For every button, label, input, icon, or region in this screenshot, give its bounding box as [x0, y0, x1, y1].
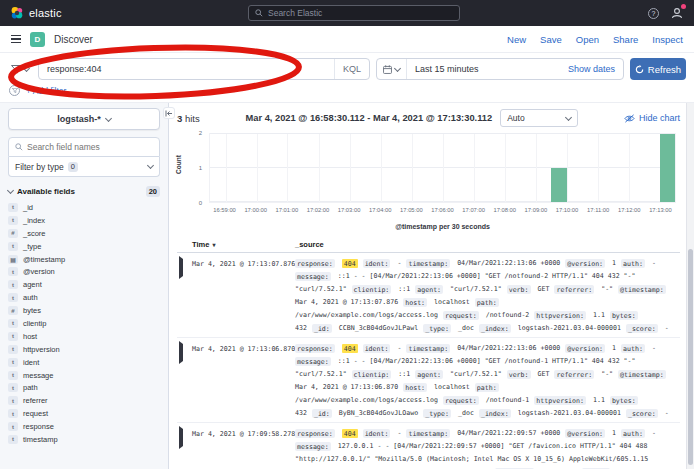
source-field-value: _doc — [458, 409, 474, 417]
source-field-value: ::1 — [398, 370, 410, 378]
highlighted-value: 404 — [342, 259, 358, 268]
source-field-value: ::1 — [398, 285, 410, 293]
field-list-item[interactable]: tident — [8, 356, 160, 369]
add-filter-button[interactable]: + Add filter — [26, 86, 66, 96]
field-list-item[interactable]: #bytes — [8, 304, 160, 317]
string-field-icon: t — [8, 422, 18, 431]
elastic-logo[interactable]: elastic — [10, 6, 62, 20]
filter-funnel-icon — [11, 65, 21, 74]
chart-time-range: Mar 4, 2021 @ 16:58:30.112 - Mar 4, 2021… — [246, 113, 493, 123]
source-field-value: "-" — [601, 285, 613, 293]
row-time: Mar 4, 2021 @ 17:13:07.876 — [192, 257, 295, 268]
table-row[interactable]: Mar 4, 2021 @ 17:09:58.278response: 404i… — [177, 423, 680, 469]
source-field-value: 04/Mar/2021:22:09:57 +0000 — [457, 429, 560, 437]
field-list-item[interactable]: tresponse — [8, 420, 160, 433]
show-dates-button[interactable]: Show dates — [560, 64, 623, 74]
source-field-name: verb: — [507, 370, 531, 379]
hide-chart-button[interactable]: Hide chart — [624, 113, 680, 123]
chart-plot-area[interactable] — [209, 133, 676, 203]
available-fields-header[interactable]: Available fields 20 — [8, 186, 160, 197]
notification-dot — [681, 4, 686, 9]
field-name: _type — [23, 242, 41, 251]
field-list-item[interactable]: t_index — [8, 214, 160, 227]
field-list-item[interactable]: ▤@timestamp — [8, 253, 160, 266]
hits-number: 3 — [177, 113, 182, 124]
scrollbar-thumb[interactable] — [688, 249, 693, 465]
string-field-icon: t — [8, 396, 18, 405]
time-range-button[interactable]: Last 15 minutes — [407, 64, 487, 74]
action-share[interactable]: Share — [613, 34, 638, 45]
interval-select[interactable]: Auto — [500, 109, 578, 127]
quick-select-menu-button[interactable] — [377, 59, 407, 79]
user-avatar[interactable] — [671, 7, 684, 19]
action-open[interactable]: Open — [576, 34, 599, 45]
table-row[interactable]: Mar 4, 2021 @ 17:13:07.876response: 404i… — [177, 253, 680, 338]
field-list-item[interactable]: t_id — [8, 201, 160, 214]
x-tick-label: 17:00:00 — [244, 207, 267, 213]
field-list-item[interactable]: tmessage — [8, 369, 160, 382]
source-field-name: response: — [295, 344, 335, 353]
table-row[interactable]: Mar 4, 2021 @ 17:13:06.870response: 404i… — [177, 338, 680, 423]
query-language-button[interactable]: KQL — [334, 59, 369, 79]
histogram-bar[interactable] — [660, 134, 676, 202]
source-field-name: ident: — [363, 259, 391, 268]
field-list-item[interactable]: #_score — [8, 227, 160, 240]
expand-row-button[interactable] — [177, 257, 192, 277]
scrollbar-track — [686, 103, 694, 469]
collapse-sidebar-button[interactable] — [163, 107, 175, 119]
source-field-value: GET — [538, 370, 550, 378]
source-field-name: @timestamp: — [618, 285, 666, 294]
field-list-item[interactable]: tclientip — [8, 317, 160, 330]
histogram-bar[interactable] — [551, 168, 567, 202]
index-pattern-switcher[interactable]: logstash-* — [8, 108, 160, 130]
filter-options-icon[interactable] — [9, 85, 20, 96]
kql-query-input[interactable] — [39, 64, 334, 74]
action-inspect[interactable]: Inspect — [652, 34, 683, 45]
field-list-item[interactable]: t_type — [8, 240, 160, 253]
help-icon[interactable]: ? — [648, 8, 659, 19]
string-field-icon: t — [8, 280, 18, 289]
field-list-item[interactable]: thttpversion — [8, 343, 160, 356]
time-column-header[interactable]: Time ▾ — [192, 240, 295, 249]
field-name: timestamp — [23, 435, 58, 444]
field-list-item[interactable]: tpath — [8, 381, 160, 394]
caret-right-icon — [179, 341, 183, 364]
source-field-name: referrer: — [554, 285, 594, 294]
refresh-button[interactable]: Refresh — [630, 58, 686, 80]
action-new[interactable]: New — [507, 34, 526, 45]
x-tick-label: 17:12:00 — [618, 207, 641, 213]
expand-row-button[interactable] — [177, 427, 192, 447]
source-field-name: httpversion: — [534, 311, 586, 320]
field-list-item[interactable]: t@version — [8, 265, 160, 278]
x-tick-label: 17:04:00 — [369, 207, 392, 213]
source-field-value: - — [652, 344, 656, 352]
global-search-input[interactable]: Search Elastic — [248, 5, 460, 21]
string-field-icon: t — [8, 358, 18, 367]
saved-query-menu-button[interactable] — [8, 63, 32, 76]
filter-by-type-button[interactable]: Filter by type 0 — [8, 157, 160, 177]
source-field-value: 04/Mar/2021:22:13:06 +0000 — [457, 259, 560, 267]
row-source: response: 404ident: -timestamp: 04/Mar/2… — [295, 427, 680, 469]
x-tick-label: 17:13:00 — [649, 207, 672, 213]
field-list-item[interactable]: tagent — [8, 278, 160, 291]
field-list-item[interactable]: tauth — [8, 291, 160, 304]
source-field-value: /notfound-2 — [486, 311, 530, 319]
string-field-icon: t — [8, 242, 18, 251]
number-field-icon: # — [8, 229, 18, 238]
field-name: response — [23, 422, 54, 431]
field-search-input[interactable] — [27, 142, 153, 152]
field-list-item[interactable]: ttimestamp — [8, 433, 160, 446]
string-field-icon: t — [8, 293, 18, 302]
action-save[interactable]: Save — [540, 34, 562, 45]
field-list-item[interactable]: treferrer — [8, 394, 160, 407]
field-list-item[interactable]: trequest — [8, 407, 160, 420]
x-gridline — [629, 134, 630, 202]
menu-icon[interactable] — [11, 35, 21, 44]
field-list-item[interactable]: thost — [8, 330, 160, 343]
expand-row-button[interactable] — [177, 342, 192, 362]
discover-app-badge[interactable]: D — [30, 32, 45, 47]
index-pattern-label: logstash-* — [57, 114, 101, 124]
source-field-name: _type: — [423, 409, 451, 418]
source-field-value: 432 — [295, 409, 307, 417]
search-icon — [15, 143, 23, 151]
